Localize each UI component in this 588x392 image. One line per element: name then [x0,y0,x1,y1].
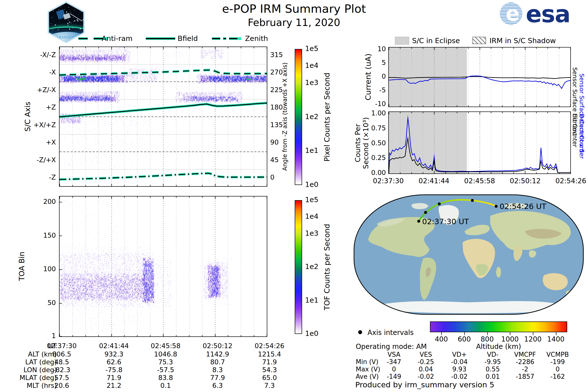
track-dot [438,202,441,205]
altitude-title: Altitude (km) [430,342,567,350]
eph-value: 21.2 [106,382,121,389]
ut-tick: 02:37:30 [47,342,76,350]
tof-colorbar [295,200,302,334]
alt-tickmark [487,332,488,335]
cbar-tick-1e4: 1e4 [305,212,324,220]
sc-axis-row--Z/+X: -Z/+X [27,156,56,164]
toa-tick-50: 50 [32,299,56,306]
ut-tick: 02:45:58 [151,342,180,350]
eph-value: 71.9 [106,374,121,382]
eph-value: 62.6 [106,358,121,366]
counts-canvas [389,112,570,174]
current-tick-5: 5 [368,59,386,66]
vvalue: -9.95 [484,358,501,366]
counts-ylabel-line1: Counts Per [354,124,362,162]
vcol-VSA: VSA [388,351,400,358]
eph-value: 57.5 [54,374,69,382]
eph-value: 1046.8 [154,350,177,358]
eph-value: 83.8 [158,374,173,382]
vrow-Min (V): Min (V) [356,358,378,366]
legend-line-core [212,38,220,39]
vvalue: -149 [386,373,401,380]
vvalue: 0.55 [486,366,500,373]
alt-tickmark [556,332,556,335]
vvalue: 9.93 [452,366,466,373]
eph-label-ALT (km): ALT (km) [0,350,57,358]
legend-line-core [146,38,175,39]
eph-value: 80.7 [210,358,225,366]
legend-line-core [229,38,238,39]
cbar-tick-1e4: 1e4 [305,61,324,70]
vvalue: -0.02 [418,373,434,380]
angle-tick-225: 225 [270,86,288,94]
alt-tickmark [441,332,442,335]
sc-axis-row--X/-Z: -X/-Z [27,51,56,58]
legend-line-core [78,38,88,39]
sc-axis-row--X: -X [27,68,56,76]
right-xtick: 02:37:30 [373,177,404,185]
sc-axis-row-+Z/-X: +Z/-X [27,86,56,94]
counts-right-label-blue: Detect Counter [578,114,585,159]
sc-axis-panel [59,46,267,187]
eph-label-LAT (deg): LAT (deg) [0,358,57,366]
counts-tick-0.50: 0.50 [364,139,386,147]
eph-value: 1142.9 [206,350,229,358]
vcol-VD-: VD- [487,351,498,358]
track-dot [424,211,427,214]
sc-axis-row-+Z: +Z [27,104,56,111]
eph-value: 20.6 [54,382,69,389]
right-xtick: 02:41:44 [418,177,449,185]
sc-axis-row-+X: +X [27,138,56,146]
shadow-label: IRM in S/C Shadow [490,36,556,45]
pixel-colorbar [295,49,302,185]
eph-value: 71.9 [262,358,277,366]
legend-gap [220,37,223,40]
sc-axis-row--Z: -Z [27,174,56,181]
eph-value: 77.9 [210,374,225,382]
legend-gap [88,37,94,40]
counts-tick-1.00: 1.00 [364,109,386,117]
toa-tick-100: 100 [32,265,56,273]
cbar-tick-1e0: 1e0 [305,329,324,338]
tof-colorbar-title: TOF Counts per Second [323,224,331,310]
pixel-colorbar-title: Pixel Counts per Second [323,73,331,162]
sc-axis-row-+X/+Z: +X/+Z [27,121,56,128]
eph-value: 6.3 [212,382,223,389]
eph-value: 48.5 [54,358,69,366]
angle-tick-270: 270 [270,68,288,76]
eph-value: 54.3 [262,366,277,374]
ground-track-map: 02:37:30 UT 02:54:26 UT [354,194,584,315]
eph-value: -57.5 [157,366,174,374]
alt-ticklabel-1400: 1400 [547,335,564,343]
ut-tick: 02:54:26 [254,342,284,350]
alt-ticklabel-400: 400 [435,335,448,343]
cbar-tick-1e1: 1e1 [305,296,324,304]
alt-ticklabel-600: 600 [458,335,471,343]
track-start-label: 02:37:30 UT [422,217,469,226]
cbar-tick-1e3: 1e3 [305,78,324,87]
axis-intervals-label: Axis intervals [368,328,414,337]
vvalue: 0 [556,366,560,373]
angle-tick-180: 180 [270,104,288,111]
vvalue: -162 [550,373,565,380]
current-tick-0: 0 [368,72,386,80]
legend-line-core [223,38,226,39]
current-tick--5: -5 [368,86,386,94]
vvalue: -2286 [516,358,534,366]
vvalue: -199 [550,358,565,366]
eph-value: 8.3 [212,366,223,374]
eph-value: -75.8 [105,366,122,374]
current-tick-10: 10 [368,45,386,53]
eph-label-MLT (hrs): MLT (hrs) [0,382,57,389]
eph-value: 75.3 [158,358,173,366]
eph-value: 932.3 [104,350,123,358]
esa-globe-icon: e [500,2,522,25]
track-dot [495,205,498,208]
toa-tick-150: 150 [32,232,56,239]
eph-label-LON (deg): LON (deg) [0,366,57,374]
alt-ticklabel-1000: 1000 [501,335,519,343]
vvalue: -2 [522,366,528,373]
legend-label-bfield: Bfield [178,34,198,43]
toa-tick-1: 1 [32,332,56,340]
angle-tick-135: 135 [270,121,288,128]
